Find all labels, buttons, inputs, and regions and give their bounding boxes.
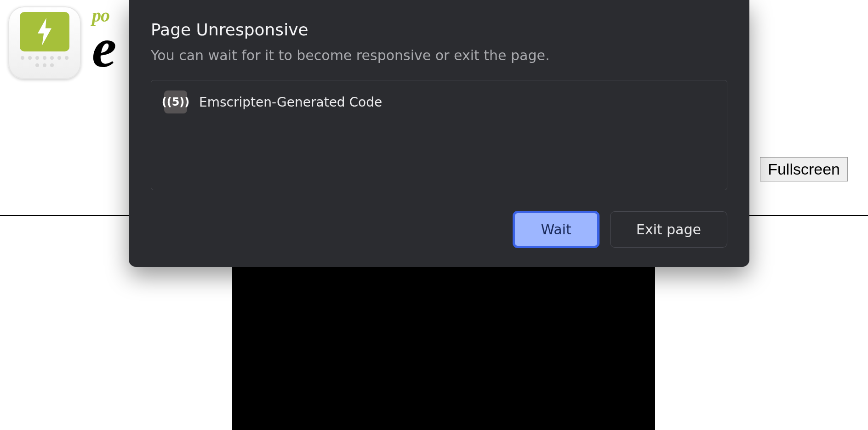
wait-button[interactable]: Wait: [513, 211, 599, 248]
fullscreen-button[interactable]: Fullscreen: [760, 157, 848, 181]
dialog-title: Page Unresponsive: [151, 20, 727, 39]
page-favicon-icon: ((5)): [164, 91, 187, 113]
emscripten-logo: [8, 6, 81, 79]
logo-bolt-tile: [20, 12, 69, 51]
unresponsive-pages-list: ((5)) Emscripten-Generated Code: [151, 80, 727, 190]
page-unresponsive-dialog: Page Unresponsive You can wait for it to…: [129, 0, 749, 267]
page-name-label: Emscripten-Generated Code: [199, 95, 382, 110]
list-item: ((5)) Emscripten-Generated Code: [164, 91, 714, 113]
dialog-button-row: Wait Exit page: [151, 211, 727, 248]
page-title-block: po e: [92, 5, 114, 70]
logo-dot-grid: [20, 54, 69, 69]
lightning-bolt-icon: [34, 18, 55, 45]
dialog-message: You can wait for it to become responsive…: [151, 47, 727, 63]
page-title-big: e: [92, 26, 114, 70]
exit-page-button[interactable]: Exit page: [610, 211, 727, 248]
